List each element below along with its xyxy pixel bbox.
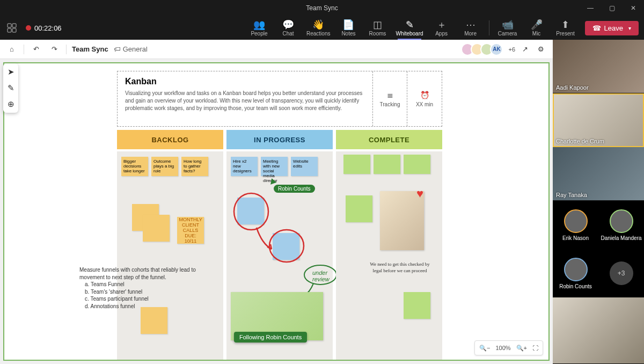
- meeting-toolbar: 00:22:06 👥People 💬Chat 👋Reactions 📄Notes…: [0, 16, 644, 40]
- sticky-note[interactable]: [346, 195, 372, 222]
- mic-button[interactable]: 🎤Mic: [524, 19, 550, 38]
- share-button[interactable]: ↗: [518, 43, 531, 56]
- minimize-button[interactable]: —: [580, 0, 601, 16]
- participants-panel: Aadi Kapoor Charlotte de Crum Ray Tanaka…: [553, 40, 644, 364]
- more-button[interactable]: ⋯More: [458, 19, 484, 38]
- kanban-title: Kanban: [125, 77, 365, 86]
- record-icon: [26, 25, 31, 31]
- apps-button[interactable]: ＋Apps: [429, 19, 455, 38]
- sticky-note[interactable]: [374, 155, 400, 174]
- sticky-note[interactable]: Meeting with new social media director: [261, 157, 288, 176]
- toolbar-divider: [489, 20, 489, 35]
- participant-tile[interactable]: Charlotte de Crum: [553, 93, 644, 147]
- zoom-level: 100%: [495, 345, 510, 351]
- sticky-note[interactable]: Hire x2 new designers: [231, 157, 258, 176]
- zoom-control: 🔍− 100% 🔍+ ⛶: [474, 340, 543, 355]
- participant-mini[interactable]: Daniela Mandera: [598, 201, 644, 249]
- undo-button[interactable]: ↶: [30, 43, 42, 56]
- present-icon: ⬆: [561, 20, 569, 30]
- avatar: [564, 209, 588, 233]
- sticky-note[interactable]: [143, 215, 170, 242]
- whiteboard-icon: ✎: [406, 20, 414, 30]
- tool-palette: ➤ ✎ ⊕: [3, 63, 18, 113]
- notes-icon: 📄: [342, 20, 354, 30]
- svg-rect-0: [8, 24, 11, 27]
- channel-chip[interactable]: 🏷 General: [114, 45, 148, 53]
- phone-icon: ☎: [592, 24, 601, 32]
- heart-icon: ♥: [416, 187, 423, 201]
- sticky-note[interactable]: Outcome plays a big role: [151, 157, 178, 176]
- complete-header: COMPLETE: [336, 130, 442, 149]
- window-controls: — ▢ ✕: [580, 0, 644, 16]
- camera-button[interactable]: 📹Camera: [495, 19, 521, 38]
- avatar-stack[interactable]: AK: [464, 43, 503, 56]
- tag-icon: 🏷: [114, 45, 121, 53]
- svg-rect-3: [12, 28, 16, 32]
- reactions-button[interactable]: 👋Reactions: [304, 19, 332, 38]
- whiteboard-button[interactable]: ✎Whiteboard: [393, 19, 425, 38]
- redo-button[interactable]: ↷: [48, 43, 61, 56]
- svg-point-4: [234, 193, 268, 230]
- sticky-note[interactable]: [343, 155, 370, 174]
- titlebar: Team Sync — ▢ ✕: [0, 0, 644, 16]
- maximize-button[interactable]: ▢: [601, 0, 623, 16]
- chevron-down-icon: ▾: [628, 25, 631, 31]
- recording-time: 00:22:06: [34, 24, 62, 32]
- participant-tile[interactable]: Aadi Kapoor: [553, 40, 644, 93]
- settings-button[interactable]: ⚙: [535, 43, 547, 56]
- participant-tile[interactable]: [553, 297, 644, 364]
- zoom-in-button[interactable]: 🔍+: [516, 345, 527, 352]
- participant-mini[interactable]: Robin Counts: [553, 249, 598, 297]
- kanban-description: Visualizing your workflow and tasks on a…: [125, 90, 365, 112]
- backlog-lane[interactable]: Bigger decisions take longer Outcome pla…: [117, 151, 223, 360]
- following-pill[interactable]: Following Robin Counts: [234, 332, 307, 343]
- list-icon: ≣: [387, 91, 393, 99]
- progress-header: IN PROGRESS: [226, 130, 333, 149]
- home-button[interactable]: ⌂: [5, 43, 18, 56]
- more-participants-count[interactable]: +6: [508, 46, 515, 53]
- plus-avatar: +3: [610, 261, 633, 285]
- whiteboard-canvas[interactable]: Kanban Visualizing your workflow and tas…: [3, 62, 550, 361]
- leave-button[interactable]: ☎ Leave ▾: [585, 21, 639, 35]
- sticky-note[interactable]: Website edits: [291, 157, 318, 176]
- fit-button[interactable]: ⛶: [532, 345, 538, 351]
- more-icon: ⋯: [466, 20, 475, 30]
- people-button[interactable]: 👥People: [246, 19, 272, 38]
- kanban-header-box: Kanban Visualizing your workflow and tas…: [117, 71, 442, 127]
- kanban-meta-tracking: ≣Tracking: [373, 71, 407, 126]
- sticky-note-monthly[interactable]: MONTHLY CLIENT CALLSDUE: 10/11: [177, 217, 204, 244]
- add-tool[interactable]: ⊕: [5, 99, 16, 110]
- sticky-note[interactable]: [404, 155, 430, 174]
- board-title: Team Sync: [72, 45, 108, 53]
- sticky-note[interactable]: How long to gather facts?: [181, 157, 208, 176]
- pen-tool[interactable]: ✎: [5, 83, 16, 93]
- svg-point-5: [269, 230, 304, 262]
- legal-note: We need to get this checked by legal bef…: [365, 261, 435, 274]
- plus-icon: ＋: [437, 20, 447, 30]
- sticky-note[interactable]: [404, 292, 430, 319]
- progress-lane[interactable]: Hire x2 new designers Meeting with new s…: [226, 151, 333, 360]
- recording-indicator: 00:22:06: [26, 24, 62, 32]
- notes-button[interactable]: 📄Notes: [335, 19, 361, 38]
- sticky-note[interactable]: [141, 307, 167, 334]
- avatar: AK: [490, 43, 503, 56]
- zoom-out-button[interactable]: 🔍−: [479, 345, 490, 352]
- participant-mini-row: Erik Nason Daniela Mandera: [553, 201, 644, 249]
- chat-button[interactable]: 💬Chat: [275, 19, 301, 38]
- rooms-button[interactable]: ◫Rooms: [364, 19, 390, 38]
- chat-icon: 💬: [282, 20, 294, 30]
- sticky-note[interactable]: Bigger decisions take longer: [121, 157, 148, 176]
- close-button[interactable]: ✕: [623, 0, 644, 16]
- present-button[interactable]: ⬆Present: [553, 19, 579, 38]
- complete-lane[interactable]: ♥ We need to get this checked by legal b…: [336, 151, 442, 360]
- participant-tile[interactable]: Ray Tanaka: [553, 147, 644, 201]
- reactions-icon: 👋: [312, 20, 324, 30]
- clock-icon: ⏰: [420, 91, 429, 99]
- select-tool[interactable]: ➤: [5, 67, 16, 77]
- participant-mini[interactable]: Erik Nason: [553, 201, 598, 249]
- whiteboard-header: ⌂ ↶ ↷ Team Sync 🏷 General AK +6 ↗ ⚙: [0, 40, 553, 59]
- window-title: Team Sync: [306, 4, 338, 12]
- more-participants[interactable]: +3: [598, 249, 644, 297]
- avatar: [564, 258, 588, 281]
- apps-grid-icon[interactable]: [5, 21, 18, 34]
